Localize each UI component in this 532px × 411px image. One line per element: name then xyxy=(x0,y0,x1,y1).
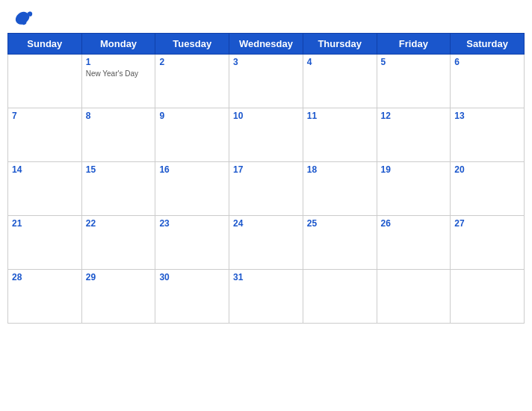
day-number: 25 xyxy=(307,218,373,229)
day-number: 21 xyxy=(12,218,78,229)
day-number: 23 xyxy=(159,218,225,229)
calendar-body: 1New Year's Day2345678910111213141516171… xyxy=(8,55,525,324)
day-number: 18 xyxy=(307,164,373,175)
calendar-wrapper: SundayMondayTuesdayWednesdayThursdayFrid… xyxy=(0,0,532,411)
day-number: 26 xyxy=(381,218,447,229)
calendar-cell: 19 xyxy=(377,162,451,216)
calendar-cell: 6 xyxy=(451,55,525,108)
day-number: 5 xyxy=(381,57,447,67)
calendar-cell: 21 xyxy=(8,216,82,270)
calendar-cell: 13 xyxy=(451,108,525,162)
calendar-thead: SundayMondayTuesdayWednesdayThursdayFrid… xyxy=(8,34,525,55)
weekday-header-thursday: Thursday xyxy=(303,34,377,55)
day-number: 27 xyxy=(454,218,520,229)
calendar-cell: 10 xyxy=(229,108,303,162)
day-number: 1 xyxy=(86,57,152,67)
day-number: 20 xyxy=(454,164,520,175)
day-number: 9 xyxy=(159,111,225,121)
calendar-cell: 24 xyxy=(229,216,303,270)
day-number: 30 xyxy=(159,272,225,282)
day-number: 7 xyxy=(12,111,78,121)
calendar-cell: 26 xyxy=(377,216,451,270)
weekday-header-tuesday: Tuesday xyxy=(155,34,229,55)
day-number: 14 xyxy=(12,164,78,175)
day-number: 11 xyxy=(307,111,373,121)
calendar-cell xyxy=(303,270,377,324)
calendar-cell: 22 xyxy=(81,216,155,270)
calendar-cell xyxy=(8,55,82,108)
weekday-header-sunday: Sunday xyxy=(8,34,82,55)
calendar-cell: 4 xyxy=(303,55,377,108)
day-number: 17 xyxy=(233,164,299,175)
calendar-week-row: 14151617181920 xyxy=(8,162,525,216)
day-number: 4 xyxy=(307,57,373,67)
calendar-cell: 17 xyxy=(229,162,303,216)
calendar-cell: 23 xyxy=(155,216,229,270)
day-number: 8 xyxy=(86,111,152,121)
day-number: 19 xyxy=(381,164,447,175)
day-number: 3 xyxy=(233,57,299,67)
weekday-header-friday: Friday xyxy=(377,34,451,55)
calendar-cell: 30 xyxy=(155,270,229,324)
weekday-header-saturday: Saturday xyxy=(451,34,525,55)
calendar-cell: 5 xyxy=(377,55,451,108)
calendar-cell: 29 xyxy=(81,270,155,324)
day-number: 22 xyxy=(86,218,152,229)
day-number: 12 xyxy=(381,111,447,121)
calendar-cell: 1New Year's Day xyxy=(81,55,155,108)
holiday-label: New Year's Day xyxy=(86,69,152,78)
calendar-cell: 7 xyxy=(8,108,82,162)
weekday-header-monday: Monday xyxy=(81,34,155,55)
calendar-cell: 2 xyxy=(155,55,229,108)
day-number: 15 xyxy=(86,164,152,175)
calendar-cell: 18 xyxy=(303,162,377,216)
weekday-header-wednesday: Wednesday xyxy=(229,34,303,55)
calendar-header xyxy=(7,7,525,33)
calendar-table: SundayMondayTuesdayWednesdayThursdayFrid… xyxy=(7,33,525,324)
day-number: 10 xyxy=(233,111,299,121)
day-number: 28 xyxy=(12,272,78,282)
calendar-cell: 25 xyxy=(303,216,377,270)
calendar-cell: 16 xyxy=(155,162,229,216)
calendar-week-row: 21222324252627 xyxy=(8,216,525,270)
calendar-cell: 27 xyxy=(451,216,525,270)
calendar-week-row: 1New Year's Day23456 xyxy=(8,55,525,108)
calendar-cell: 3 xyxy=(229,55,303,108)
day-number: 16 xyxy=(159,164,225,175)
weekday-header-row: SundayMondayTuesdayWednesdayThursdayFrid… xyxy=(8,34,525,55)
day-number: 13 xyxy=(454,111,520,121)
logo xyxy=(13,10,37,27)
day-number: 31 xyxy=(233,272,299,282)
day-number: 2 xyxy=(159,57,225,67)
calendar-cell: 12 xyxy=(377,108,451,162)
calendar-cell: 20 xyxy=(451,162,525,216)
calendar-cell: 31 xyxy=(229,270,303,324)
calendar-cell xyxy=(377,270,451,324)
calendar-cell: 28 xyxy=(8,270,82,324)
calendar-cell: 11 xyxy=(303,108,377,162)
calendar-week-row: 28293031 xyxy=(8,270,525,324)
calendar-cell: 15 xyxy=(81,162,155,216)
calendar-cell: 8 xyxy=(81,108,155,162)
logo-bird-icon xyxy=(13,10,34,27)
calendar-cell xyxy=(451,270,525,324)
calendar-cell: 14 xyxy=(8,162,82,216)
day-number: 29 xyxy=(86,272,152,282)
calendar-cell: 9 xyxy=(155,108,229,162)
day-number: 6 xyxy=(454,57,520,67)
day-number: 24 xyxy=(233,218,299,229)
calendar-week-row: 78910111213 xyxy=(8,108,525,162)
